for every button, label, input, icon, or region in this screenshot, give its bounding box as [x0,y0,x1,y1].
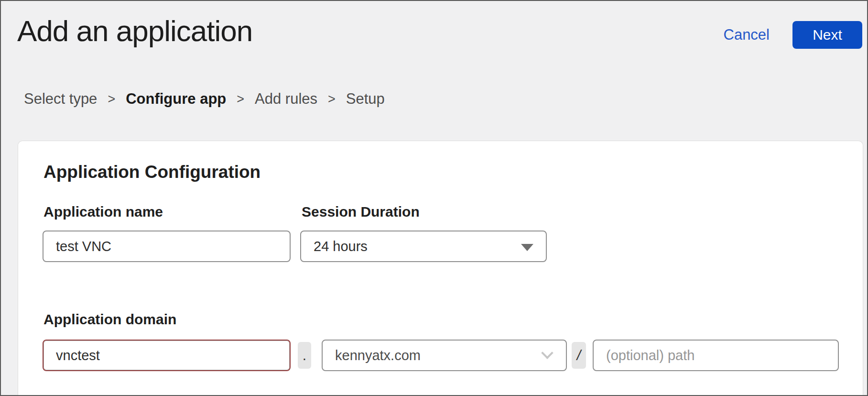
step-add-rules[interactable]: Add rules [255,88,317,110]
step-select-type[interactable]: Select type [24,88,97,110]
page-title: Add an application [17,13,252,49]
step-configure-app[interactable]: Configure app [126,88,226,110]
application-name-input[interactable] [43,231,291,262]
configuration-card: Application Configuration Application na… [18,141,863,395]
header-actions: Cancel Next [720,21,863,49]
breadcrumb: Select type > Configure app > Add rules … [24,88,385,110]
caret-down-icon [521,244,533,251]
session-duration-select[interactable]: 24 hours [300,231,547,262]
cancel-button[interactable]: Cancel [720,24,774,45]
application-domain-label: Application domain [43,311,176,328]
slash-separator: / [572,342,586,369]
breadcrumb-separator: > [237,88,244,110]
chevron-down-icon [541,347,553,359]
application-name-label: Application name [43,204,163,220]
section-title: Application Configuration [43,162,260,182]
domain-select[interactable]: kennyatx.com [322,340,567,371]
add-application-window: Add an application Cancel Next Select ty… [0,0,868,396]
domain-select-value: kennyatx.com [335,348,421,363]
session-duration-value: 24 hours [314,239,368,254]
breadcrumb-separator: > [108,88,115,110]
dot-separator: . [298,342,311,369]
subdomain-input[interactable] [43,340,291,371]
session-duration-label: Session Duration [302,204,420,220]
path-input[interactable] [593,340,839,371]
next-button[interactable]: Next [792,21,862,49]
breadcrumb-separator: > [328,88,336,110]
step-setup[interactable]: Setup [346,88,385,110]
